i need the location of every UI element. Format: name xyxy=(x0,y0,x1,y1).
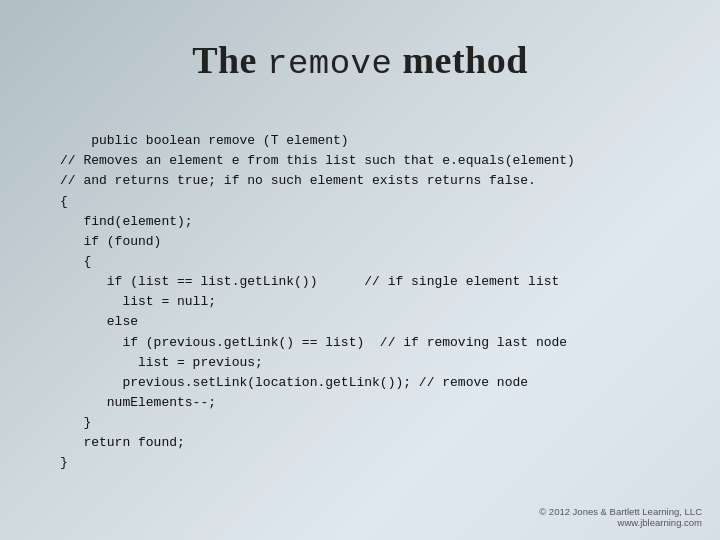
code-line-8: if (list == list.getLink()) // if single… xyxy=(60,274,559,289)
footer-copyright: © 2012 Jones & Bartlett Learning, LLC xyxy=(539,506,702,517)
slide: The remove method public boolean remove … xyxy=(0,0,720,540)
code-line-10: else xyxy=(60,314,138,329)
code-line-12: list = previous; xyxy=(60,355,263,370)
title-area: The remove method xyxy=(0,0,720,93)
footer-url: www.jblearning.com xyxy=(539,517,702,528)
code-line-1: public boolean remove (T element) xyxy=(91,133,348,148)
code-line-5: find(element); xyxy=(60,214,193,229)
title-suffix: method xyxy=(392,39,527,81)
code-line-6: if (found) xyxy=(60,234,161,249)
title-prefix: The xyxy=(192,39,267,81)
code-line-7: { xyxy=(60,254,91,269)
code-line-11: if (previous.getLink() == list) // if re… xyxy=(60,335,567,350)
code-line-2: // Removes an element e from this list s… xyxy=(60,153,575,168)
code-line-13: previous.setLink(location.getLink()); //… xyxy=(60,375,528,390)
title-code-word: remove xyxy=(267,45,392,83)
footer: © 2012 Jones & Bartlett Learning, LLC ww… xyxy=(539,506,702,528)
code-line-15: } xyxy=(60,415,91,430)
code-line-4: { xyxy=(60,194,68,209)
slide-title: The remove method xyxy=(192,39,528,81)
code-line-9: list = null; xyxy=(60,294,216,309)
code-line-17: } xyxy=(60,455,68,470)
code-line-3: // and returns true; if no such element … xyxy=(60,173,536,188)
code-line-14: numElements--; xyxy=(60,395,216,410)
code-line-16: return found; xyxy=(60,435,185,450)
code-block: public boolean remove (T element) // Rem… xyxy=(60,111,660,494)
